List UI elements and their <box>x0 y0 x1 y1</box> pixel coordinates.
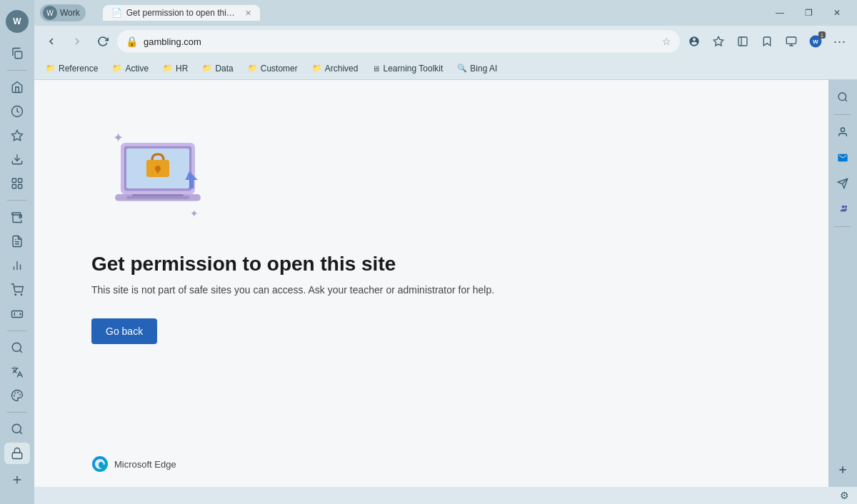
sidebar-icon-history[interactable] <box>4 101 30 122</box>
svg-rect-30 <box>786 37 796 44</box>
sidebar-icon-translate[interactable] <box>4 361 30 383</box>
sidebar-icon-shopping[interactable] <box>4 279 30 301</box>
titlebar: W Work 📄 Get permission to open this sit… <box>34 0 857 26</box>
navbar: 🔒 gambling.com ☆ W 1 <box>34 26 857 57</box>
sidebar-icon-home[interactable] <box>4 76 30 98</box>
back-button[interactable] <box>40 30 63 53</box>
browser-more-icon[interactable]: ··· <box>828 30 851 53</box>
svg-rect-41 <box>126 196 189 198</box>
sidebar-icon-chart[interactable] <box>4 255 30 276</box>
bookmark-data-label: Data <box>215 64 233 74</box>
svg-point-46 <box>841 128 844 131</box>
folder-icon: 📁 <box>46 64 56 73</box>
bookmark-data[interactable]: 📁 Data <box>196 61 239 76</box>
bookmark-customer[interactable]: 📁 Customer <box>242 61 304 76</box>
svg-point-43 <box>92 456 108 472</box>
browser-bing-icon[interactable] <box>707 30 730 53</box>
svg-rect-0 <box>15 51 22 59</box>
edge-label: Microsoft Edge <box>114 459 176 470</box>
right-persona-icon[interactable] <box>831 121 854 143</box>
refresh-button[interactable] <box>91 30 114 53</box>
bookmark-active[interactable]: 📁 Active <box>106 61 154 76</box>
svg-text:W: W <box>813 39 818 45</box>
favorite-icon[interactable]: ☆ <box>662 36 671 47</box>
svg-rect-6 <box>12 185 16 188</box>
bookmark-learning-toolkit[interactable]: 🖥 Learning Toolkit <box>366 61 448 76</box>
svg-line-45 <box>845 99 847 101</box>
bookmark-hr[interactable]: 📁 HR <box>157 61 194 76</box>
settings-icon[interactable]: ⚙ <box>837 488 851 503</box>
page-title: Get permission to open this site <box>91 253 396 276</box>
profile-avatar-chip: W <box>43 6 57 20</box>
maximize-button[interactable]: ❐ <box>794 1 823 24</box>
left-sidebar: W <box>0 0 34 504</box>
svg-rect-4 <box>12 179 16 183</box>
svg-point-21 <box>15 393 16 394</box>
bookmark-bingai-label: Bing AI <box>470 64 497 74</box>
current-tab[interactable]: 📄 Get permission to open this site ✕ <box>103 5 260 21</box>
sidebar-icon-games[interactable] <box>4 303 30 325</box>
minimize-button[interactable]: — <box>766 1 794 24</box>
bookmark-active-label: Active <box>125 64 149 74</box>
svg-point-23 <box>12 424 21 433</box>
sidebar-icon-search3[interactable] <box>4 418 30 440</box>
sidebar-icon-apps[interactable] <box>4 173 30 194</box>
svg-rect-38 <box>156 168 159 173</box>
address-bar[interactable]: 🔒 gambling.com ☆ <box>117 30 680 53</box>
right-outlook-icon[interactable] <box>831 146 854 169</box>
monitor-icon: 🖥 <box>372 64 380 73</box>
tab-title: Get permission to open this site <box>126 8 238 18</box>
sidebar-icon-favorites[interactable] <box>4 125 30 146</box>
profile-badge: 1 <box>818 31 826 39</box>
sidebar-icon-note[interactable] <box>4 231 30 252</box>
sidebar-icon-paint[interactable] <box>4 385 30 406</box>
forward-button[interactable] <box>66 30 89 53</box>
sidebar-icon-search2[interactable] <box>4 337 30 358</box>
profile-chip[interactable]: W Work <box>40 4 86 21</box>
bookmark-archived[interactable]: 📁 Archived <box>306 61 364 76</box>
right-teams-icon[interactable] <box>831 198 854 221</box>
svg-point-20 <box>20 395 21 395</box>
right-add-icon[interactable] <box>831 458 854 481</box>
sidebar-divider-2 <box>7 200 27 201</box>
blocked-illustration: ✦ ✦ <box>91 123 234 230</box>
bookmarks-bar: 📁 Reference 📁 Active 📁 HR 📁 Data 📁 Custo… <box>34 57 857 80</box>
svg-point-44 <box>838 93 846 101</box>
svg-rect-5 <box>19 179 22 183</box>
browser-wallet-icon[interactable] <box>683 30 706 53</box>
svg-point-22 <box>14 395 15 396</box>
bookmark-reference[interactable]: 📁 Reference <box>40 61 104 76</box>
status-bar: ⚙ <box>34 487 857 504</box>
right-divider-2 <box>834 226 851 227</box>
right-sidebar <box>828 80 857 487</box>
sidebar-icon-copy[interactable] <box>4 43 30 64</box>
go-back-button[interactable]: Go back <box>91 318 157 344</box>
edge-logo-icon <box>91 455 109 473</box>
sidebar-icon-wallet[interactable] <box>4 206 30 228</box>
bookmark-bing-ai[interactable]: 🔍 Bing AI <box>451 61 503 76</box>
tab-icon: 📄 <box>111 8 122 18</box>
bookmark-learning-label: Learning Toolkit <box>383 64 443 74</box>
svg-point-19 <box>18 393 19 393</box>
right-search-icon[interactable] <box>831 86 854 109</box>
window-controls: — ❐ ✕ <box>766 1 851 24</box>
search-icon: 🔍 <box>457 64 467 73</box>
svg-line-18 <box>19 350 21 352</box>
browser-sidebar-icon[interactable] <box>731 30 754 53</box>
browser-collection-icon[interactable] <box>780 30 803 53</box>
right-send-icon[interactable] <box>831 172 854 195</box>
browser-profile-icon[interactable]: W 1 <box>804 30 827 53</box>
sidebar-icon-download[interactable] <box>4 149 30 171</box>
close-button[interactable]: ✕ <box>823 1 851 24</box>
sidebar-icon-lock[interactable] <box>4 443 30 464</box>
profile-avatar[interactable]: W <box>6 10 29 33</box>
page-footer: Microsoft Edge <box>34 441 828 487</box>
sidebar-divider-1 <box>7 70 27 71</box>
secure-icon: 🔒 <box>126 36 138 47</box>
right-divider-1 <box>834 114 851 115</box>
sidebar-icon-add[interactable] <box>4 467 30 493</box>
tab-close-icon[interactable]: ✕ <box>245 9 251 18</box>
bookmark-hr-label: HR <box>176 64 188 74</box>
bookmark-archived-label: Archived <box>325 64 359 74</box>
browser-fav-icon[interactable] <box>756 30 778 53</box>
